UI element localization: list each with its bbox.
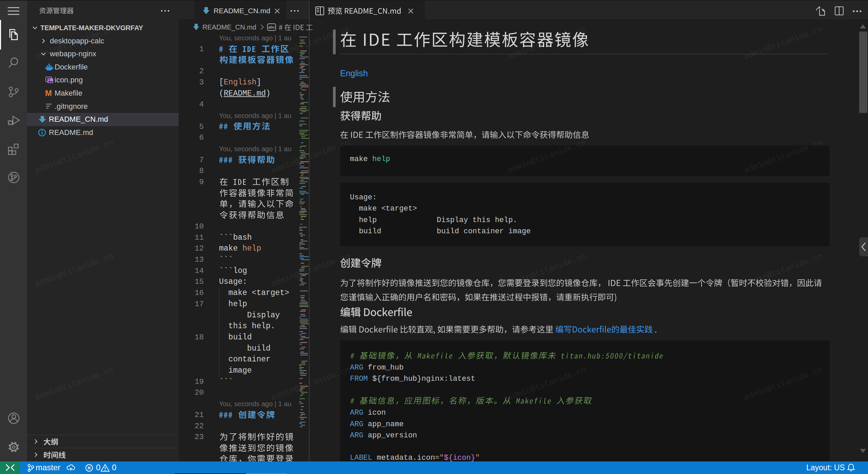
svg-text:abc: abc — [269, 25, 275, 29]
